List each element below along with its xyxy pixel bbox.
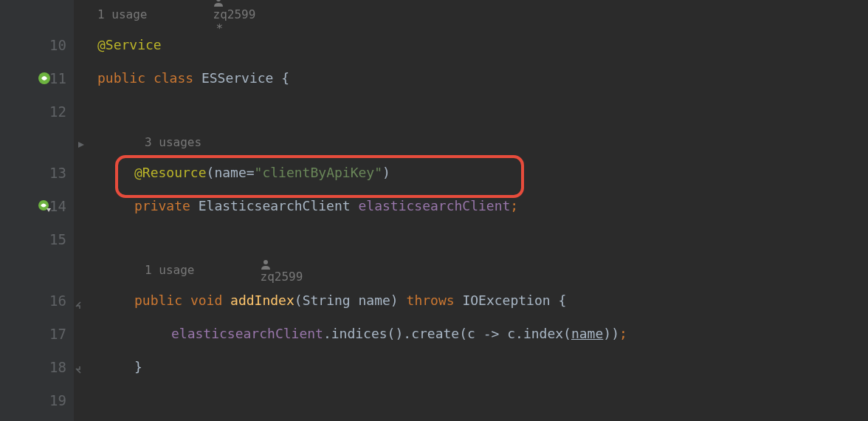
usages-hint[interactable]: 3 usages bbox=[145, 135, 202, 149]
method-call: index bbox=[523, 326, 563, 341]
method-call: create bbox=[411, 326, 459, 341]
code-row-18: } bbox=[87, 350, 868, 383]
code-row-19 bbox=[87, 383, 868, 417]
gutter-row: 11 bbox=[0, 61, 74, 95]
param-name: name bbox=[359, 292, 390, 308]
code-row-12 bbox=[87, 95, 868, 128]
field-ref: elasticsearchClient bbox=[171, 326, 323, 341]
gutter-row: 10 bbox=[0, 28, 74, 61]
keyword-throws: throws bbox=[407, 292, 455, 308]
gutter-row bbox=[0, 0, 74, 28]
gutter-row bbox=[0, 128, 74, 156]
keyword-private: private bbox=[134, 198, 190, 213]
code-editor: 10 11 12 13 14 15 bbox=[0, 0, 868, 421]
rparen: ) bbox=[390, 292, 399, 308]
svg-point-3 bbox=[264, 260, 268, 264]
usages-hint[interactable]: 1 usage bbox=[97, 7, 147, 21]
lambda-var: c bbox=[507, 326, 515, 341]
gutter-row: 15 bbox=[0, 222, 74, 256]
semicolon: ; bbox=[619, 326, 627, 341]
line-number[interactable]: 19 bbox=[49, 392, 66, 408]
exception-type: IOException bbox=[462, 292, 550, 308]
gutter-row: 17 bbox=[0, 317, 74, 350]
inlay-hint-row: 1 usage zq2599 * bbox=[87, 0, 868, 28]
code-row-17: elasticsearchClient.indices().create(c -… bbox=[87, 317, 868, 350]
type-name: ElasticsearchClient bbox=[199, 198, 351, 213]
spring-bean-navigate-icon[interactable] bbox=[37, 199, 52, 213]
param-ref: name bbox=[571, 326, 603, 341]
lambda-param: c bbox=[467, 326, 475, 341]
person-icon bbox=[213, 0, 224, 6]
rparen: ) bbox=[382, 165, 390, 180]
gutter: 10 11 12 13 14 15 bbox=[0, 0, 74, 421]
method-name: addIndex bbox=[230, 292, 294, 308]
brace: { bbox=[558, 292, 566, 308]
code-row-14: private ElasticsearchClient elasticsearc… bbox=[87, 189, 868, 222]
method-call: indices bbox=[331, 326, 388, 341]
gutter-row: 12 bbox=[0, 95, 74, 128]
gutter-row bbox=[0, 256, 74, 284]
spring-bean-icon[interactable] bbox=[37, 71, 52, 86]
field-name: elasticsearchClient bbox=[358, 198, 510, 213]
keyword-void: void bbox=[190, 292, 222, 308]
annotation: @Service bbox=[97, 37, 162, 52]
brace: { bbox=[281, 70, 289, 86]
code-area[interactable]: 1 usage zq2599 * @Service public class E… bbox=[74, 0, 868, 421]
inlay-hint-row: 3 usages bbox=[87, 128, 868, 156]
attr-name: name bbox=[214, 165, 246, 180]
param-type: String bbox=[303, 292, 351, 308]
line-number[interactable]: 17 bbox=[49, 326, 66, 342]
keyword-public: public bbox=[134, 292, 182, 308]
annotation: @Resource bbox=[134, 165, 207, 180]
author-hint[interactable]: zq2599 * bbox=[156, 0, 255, 49]
line-number[interactable]: 13 bbox=[49, 165, 66, 181]
lparen: ( bbox=[207, 165, 215, 180]
keyword-public: public bbox=[97, 70, 145, 86]
string-literal: "clientByApiKey" bbox=[255, 165, 382, 180]
keyword-class: class bbox=[154, 70, 193, 86]
line-number[interactable]: 18 bbox=[49, 359, 66, 375]
brace: } bbox=[134, 359, 142, 374]
gutter-row: 16 bbox=[0, 284, 74, 317]
semicolon: ; bbox=[510, 198, 518, 213]
line-number[interactable]: 14 bbox=[49, 198, 66, 214]
gutter-row: 18 bbox=[0, 350, 74, 383]
gutter-row: 19 bbox=[0, 383, 74, 417]
gutter-row: 13 bbox=[0, 156, 74, 189]
person-icon bbox=[261, 259, 271, 269]
gutter-row: 14 bbox=[0, 189, 74, 222]
equals: = bbox=[247, 165, 255, 180]
usages-hint[interactable]: 1 usage bbox=[145, 263, 194, 277]
code-row-11: public class ESService { bbox=[87, 61, 868, 95]
code-row-13: @Resource(name="clientByApiKey") bbox=[87, 156, 868, 189]
line-number[interactable]: 11 bbox=[49, 70, 66, 86]
inlay-hint-row: 1 usage zq2599 bbox=[87, 256, 868, 284]
line-number[interactable]: 10 bbox=[49, 37, 66, 53]
lparen: ( bbox=[294, 292, 303, 308]
svg-point-2 bbox=[216, 0, 221, 1]
line-number[interactable]: 12 bbox=[49, 103, 66, 120]
class-name: ESService bbox=[202, 70, 274, 86]
author-hint[interactable]: zq2599 bbox=[203, 242, 303, 298]
line-number[interactable]: 16 bbox=[49, 292, 66, 309]
line-number[interactable]: 15 bbox=[49, 231, 66, 247]
